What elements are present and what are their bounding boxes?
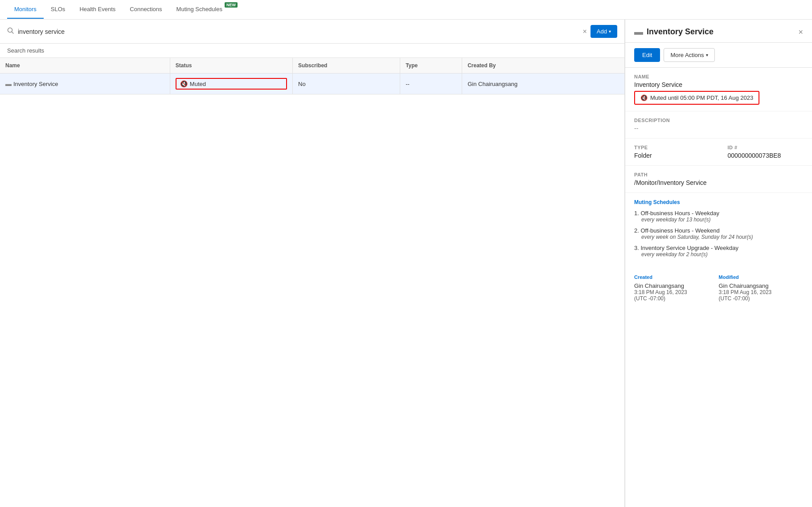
detail-path-label: Path (634, 172, 803, 177)
created-col: Created Gin Chairuangsang 3:18 PM Aug 16… (634, 274, 719, 302)
muting-schedules-label: Muting Schedules (634, 199, 803, 205)
row-name-cell: ▬ Inventory Service (0, 74, 170, 94)
results-table-container: Name Status Subscribed Type Created By ▬… (0, 58, 624, 507)
top-nav: Monitors SLOs Health Events Connections … (0, 0, 812, 20)
muting-schedule-2-name: Off-business Hours - Weekend (640, 227, 719, 234)
detail-description-section: Description -- (625, 111, 812, 139)
mute-icon: 🔇 (180, 80, 188, 87)
muting-schedule-3-number: 3. (634, 245, 639, 251)
detail-name-label: Name (634, 74, 803, 79)
add-button-label: Add (597, 28, 607, 35)
detail-mute-icon: 🔇 (640, 94, 648, 101)
created-label: Created (634, 274, 719, 280)
muting-schedules-list: 1. Off-business Hours - Weekday every we… (634, 210, 803, 258)
detail-muted-text: Muted until 05:00 PM PDT, 16 Aug 2023 (650, 94, 753, 101)
col-name: Name (0, 58, 170, 74)
detail-panel-title: ▬ Inventory Service (634, 27, 714, 37)
modified-by-value: Gin Chairuangsang (719, 282, 804, 289)
detail-name-section: Name Inventory Service 🔇 Muted until 05:… (625, 68, 812, 111)
tab-muting-schedules[interactable]: Muting Schedules NEW (169, 0, 238, 19)
detail-id-section: ID # 000000000073BE8 (719, 139, 812, 166)
detail-path-section: Path /Monitor/Inventory Service (625, 166, 812, 193)
search-input[interactable] (18, 28, 579, 35)
detail-name-value: Inventory Service (634, 81, 803, 88)
detail-muted-status-box: 🔇 Muted until 05:00 PM PDT, 16 Aug 2023 (634, 91, 759, 105)
col-subscribed: Subscribed (293, 58, 400, 74)
tab-connections[interactable]: Connections (123, 0, 169, 19)
row-status-cell: 🔇 Muted (170, 74, 292, 94)
results-table: Name Status Subscribed Type Created By ▬… (0, 58, 624, 94)
created-tz-value: (UTC -07:00) (634, 295, 719, 302)
detail-description-label: Description (634, 118, 803, 123)
created-date-value: 3:18 PM Aug 16, 2023 (634, 289, 719, 295)
detail-type-id-row: Type Folder ID # 000000000073BE8 (625, 139, 812, 166)
detail-id-label: ID # (728, 145, 804, 150)
col-created-by: Created By (462, 58, 624, 74)
row-type-cell: -- (400, 74, 462, 94)
left-panel: × Add ▾ Search results Name Status Subsc… (0, 20, 625, 507)
tab-health-events[interactable]: Health Events (72, 0, 123, 19)
table-row[interactable]: ▬ Inventory Service 🔇 Muted No -- (0, 74, 624, 94)
search-icon (7, 27, 14, 36)
muted-label: Muted (190, 81, 206, 87)
muting-schedule-2-schedule: every week on Saturday, Sunday for 24 ho… (641, 234, 803, 240)
detail-id-value: 000000000073BE8 (728, 152, 804, 159)
search-bar: × Add ▾ (0, 20, 624, 44)
created-modified-section: Created Gin Chairuangsang 3:18 PM Aug 16… (625, 268, 812, 308)
modified-tz-value: (UTC -07:00) (719, 295, 804, 302)
modified-date-value: 3:18 PM Aug 16, 2023 (719, 289, 804, 295)
search-clear-button[interactable]: × (583, 28, 587, 35)
svg-line-1 (12, 32, 14, 34)
add-button-chevron-icon: ▾ (609, 29, 611, 34)
muting-schedule-1-name: Off-business Hours - Weekday (640, 210, 719, 217)
detail-type-section: Type Folder (625, 139, 719, 166)
more-actions-label: More Actions (670, 52, 704, 58)
detail-title-text: Inventory Service (647, 27, 714, 37)
add-button[interactable]: Add ▾ (591, 25, 617, 38)
muting-schedule-3-schedule: every weekday for 2 hour(s) (641, 251, 803, 258)
muting-schedule-1-number: 1. (634, 210, 639, 217)
row-subscribed-cell: No (293, 74, 400, 94)
col-type: Type (400, 58, 462, 74)
detail-description-value: -- (634, 125, 803, 132)
detail-type-label: Type (634, 145, 710, 150)
table-header-row: Name Status Subscribed Type Created By (0, 58, 624, 74)
more-actions-button[interactable]: More Actions ▾ (664, 48, 714, 62)
modified-label: Modified (719, 274, 804, 280)
created-by-value: Gin Chairuangsang (634, 282, 719, 289)
col-status: Status (170, 58, 292, 74)
tab-monitors[interactable]: Monitors (7, 0, 44, 19)
more-actions-chevron-icon: ▾ (706, 53, 708, 57)
detail-panel-header: ▬ Inventory Service × (625, 20, 812, 43)
search-results-label: Search results (0, 44, 624, 58)
muting-schedule-item-1: 1. Off-business Hours - Weekday every we… (634, 210, 803, 223)
muting-schedule-item-3: 3. Inventory Service Upgrade - Weekday e… (634, 245, 803, 258)
new-badge: NEW (225, 2, 238, 8)
muting-schedule-2-number: 2. (634, 227, 639, 234)
tab-muting-schedules-label: Muting Schedules (176, 6, 222, 12)
tab-slos[interactable]: SLOs (44, 0, 73, 19)
detail-panel-actions: Edit More Actions ▾ (625, 43, 812, 68)
muted-status-badge: 🔇 Muted (176, 78, 287, 90)
detail-panel-close-button[interactable]: × (798, 28, 803, 36)
muting-schedules-section: Muting Schedules 1. Off-business Hours -… (625, 193, 812, 268)
detail-path-value: /Monitor/Inventory Service (634, 179, 803, 186)
edit-button[interactable]: Edit (634, 48, 660, 62)
modified-col: Modified Gin Chairuangsang 3:18 PM Aug 1… (719, 274, 804, 302)
detail-folder-icon: ▬ (634, 27, 643, 37)
row-name: Inventory Service (13, 81, 58, 87)
main-layout: × Add ▾ Search results Name Status Subsc… (0, 20, 812, 507)
folder-icon: ▬ (5, 80, 12, 87)
muting-schedule-item-2: 2. Off-business Hours - Weekend every we… (634, 227, 803, 240)
row-created-by-cell: Gin Chairuangsang (462, 74, 624, 94)
muting-schedule-3-name: Inventory Service Upgrade - Weekday (640, 245, 738, 251)
detail-type-value: Folder (634, 152, 710, 159)
muting-schedule-1-schedule: every weekday for 13 hour(s) (641, 217, 803, 223)
detail-panel: ▬ Inventory Service × Edit More Actions … (625, 20, 812, 507)
